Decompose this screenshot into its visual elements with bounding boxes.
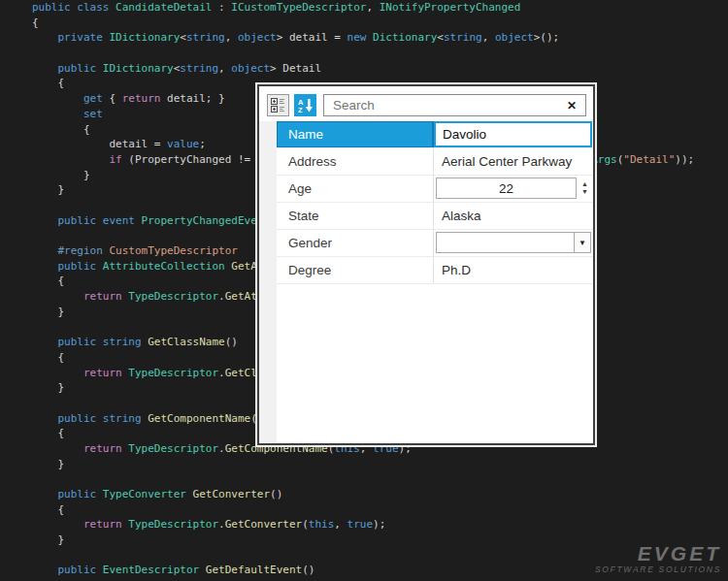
property-label[interactable]: Address	[277, 148, 434, 175]
code-token: }	[32, 183, 64, 196]
screenshot-root: public class CandidateDetail : ICustomTy…	[0, 0, 728, 581]
clear-search-icon[interactable]: ✕	[558, 99, 585, 113]
sort-az-icon: A Z	[298, 98, 313, 113]
code-token: {	[32, 503, 64, 516]
code-token	[32, 367, 83, 379]
property-grid-rows: NameDavolioAddressAerial Center ParkwayA…	[277, 121, 593, 284]
code-token: string	[444, 31, 482, 44]
code-token: detail =	[32, 138, 167, 150]
chevron-down-icon[interactable]: ▼	[574, 233, 590, 252]
gender-combobox[interactable]: ▼	[436, 232, 591, 253]
code-token: object	[495, 31, 534, 44]
code-token: TypeDescriptor	[128, 367, 218, 379]
code-line: }	[32, 457, 694, 472]
sort-alphabetical-button[interactable]: A Z	[294, 94, 316, 116]
code-token	[32, 244, 58, 257]
evget-logo: EVGET SOFTWARE SOLUTIONS	[595, 544, 721, 574]
search-box: ✕	[323, 94, 586, 116]
code-token: TypeDescriptor	[128, 518, 218, 531]
code-token: return	[122, 92, 161, 105]
code-token: GetClassName	[148, 336, 224, 348]
property-value[interactable]: Alaska	[434, 203, 593, 229]
code-token: ()	[225, 336, 238, 348]
property-row-state[interactable]: StateAlaska	[277, 203, 593, 230]
code-token	[32, 31, 58, 44]
code-token: GetConverter	[193, 488, 270, 500]
code-token: {	[32, 77, 64, 89]
property-row-gender[interactable]: Gender▼	[277, 230, 593, 257]
code-token: }	[32, 533, 64, 546]
code-token	[32, 488, 58, 500]
code-token: ));	[675, 153, 694, 166]
code-token: {	[32, 274, 64, 287]
code-token	[32, 290, 83, 303]
property-label[interactable]: Name	[277, 121, 434, 147]
code-token: return	[83, 367, 122, 379]
property-grid-toolbar: A Z ✕	[259, 86, 593, 121]
code-token: }	[32, 306, 64, 318]
code-token: ICustomTypeDescriptor	[231, 1, 366, 14]
code-token	[32, 260, 58, 273]
value-text: Ph.D	[434, 263, 471, 277]
code-token: > detail =	[277, 31, 347, 44]
code-token: public	[58, 564, 103, 576]
code-token: ,	[225, 31, 238, 44]
code-token: object	[238, 31, 277, 44]
code-token: this	[309, 518, 335, 531]
search-input[interactable]	[324, 96, 558, 114]
code-token: CustomTypeDescriptor	[109, 244, 237, 257]
code-token: .	[218, 290, 225, 303]
code-token	[32, 108, 83, 120]
property-label[interactable]: Degree	[277, 257, 434, 283]
code-token: public	[58, 62, 103, 75]
categorize-icon	[271, 98, 285, 113]
property-label[interactable]: Age	[277, 176, 434, 202]
code-token: > Detail	[270, 62, 321, 75]
property-value[interactable]: Davolio	[434, 121, 593, 147]
code-token	[32, 564, 58, 576]
property-label[interactable]: State	[277, 203, 434, 229]
code-line: public TypeConverter GetConverter()	[32, 487, 694, 502]
code-token	[199, 564, 206, 576]
property-value[interactable]: ▼	[434, 230, 593, 256]
property-grid-content: A Z ✕ NameDavolioAddressAerial Center Pa…	[259, 86, 593, 443]
code-token: GetConverter	[225, 518, 302, 531]
code-line: private IDictionary<string, object> deta…	[32, 30, 694, 46]
code-token	[32, 412, 58, 425]
code-token: new	[347, 31, 374, 44]
value-text: Alaska	[434, 209, 481, 223]
property-value[interactable]: Ph.D	[434, 257, 593, 283]
code-token: GetDefaultEvent	[206, 564, 302, 576]
value-textbox[interactable]: Davolio	[434, 121, 592, 147]
spin-up-icon[interactable]: ▲	[579, 180, 591, 188]
code-token	[32, 62, 58, 75]
code-token: {	[32, 427, 64, 439]
code-token: public	[58, 488, 103, 500]
property-value[interactable]: 22▲▼	[434, 176, 593, 202]
code-token: value	[167, 138, 199, 150]
code-token	[32, 336, 58, 348]
property-label[interactable]: Gender	[277, 230, 434, 256]
code-token	[32, 153, 109, 166]
evget-tagline-text: SOFTWARE SOLUTIONS	[595, 565, 721, 574]
code-token: #region	[58, 244, 103, 257]
property-row-age[interactable]: Age22▲▼	[277, 176, 593, 203]
property-row-name[interactable]: NameDavolio	[277, 121, 593, 148]
code-token: return	[83, 518, 122, 531]
code-token	[32, 442, 83, 455]
property-row-address[interactable]: AddressAerial Center Parkway	[277, 148, 593, 176]
property-row-degree[interactable]: DegreePh.D	[277, 257, 593, 284]
spin-down-icon[interactable]: ▼	[579, 188, 591, 196]
code-token: EventDescriptor	[103, 564, 199, 576]
code-line	[32, 46, 694, 61]
code-token: public	[58, 260, 103, 273]
code-token: <	[180, 31, 186, 44]
code-token: }	[32, 458, 64, 470]
numeric-input[interactable]: 22	[436, 178, 577, 199]
code-line: public IDictionary<string, object> Detai…	[32, 61, 694, 77]
code-token: <	[437, 31, 444, 44]
code-token: return	[83, 442, 122, 455]
code-token: }	[32, 169, 90, 181]
categorize-button[interactable]	[267, 94, 289, 116]
property-value[interactable]: Aerial Center Parkway	[434, 148, 593, 175]
